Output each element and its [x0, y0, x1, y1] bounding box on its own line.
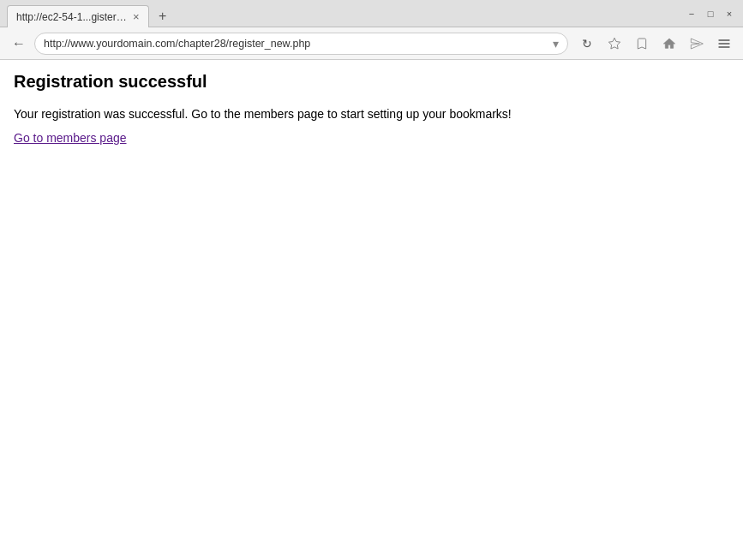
dropdown-arrow-icon: ▾ [553, 37, 559, 51]
browser-window: http://ec2-54-1...gister_new.php × + − □… [0, 0, 743, 560]
address-bar-icons: ▾ [553, 37, 559, 51]
send-button[interactable] [685, 32, 709, 56]
refresh-button[interactable]: ↻ [575, 32, 599, 56]
page-title: Registration successful [14, 72, 729, 92]
new-tab-button[interactable]: + [153, 6, 173, 27]
body-text: Your registration was successful. Go to … [14, 105, 729, 123]
close-button[interactable]: × [722, 7, 736, 21]
back-button[interactable]: ← [7, 32, 31, 56]
address-text: http://www.yourdomain.com/chapter28/regi… [44, 38, 553, 50]
reading-list-button[interactable] [630, 32, 654, 56]
home-icon [662, 37, 676, 51]
members-page-link[interactable]: Go to members page [14, 131, 127, 145]
tab-bar: http://ec2-54-1...gister_new.php × + [7, 0, 685, 27]
window-controls: − □ × [685, 7, 736, 21]
bookmark-star-button[interactable] [602, 32, 626, 56]
nav-icons: ↻ [575, 32, 736, 56]
maximize-button[interactable]: □ [704, 7, 717, 21]
home-button[interactable] [657, 32, 681, 56]
page-content: Registration successful Your registratio… [0, 60, 743, 560]
title-bar: http://ec2-54-1...gister_new.php × + − □… [0, 0, 743, 27]
navigation-bar: ← http://www.yourdomain.com/chapter28/re… [0, 27, 743, 60]
tab-title: http://ec2-54-1...gister_new.php [16, 11, 128, 23]
hamburger-icon [717, 37, 731, 51]
menu-button[interactable] [712, 32, 736, 56]
tab-close-button[interactable]: × [133, 11, 140, 22]
browser-tab[interactable]: http://ec2-54-1...gister_new.php × [7, 5, 149, 27]
star-icon [608, 37, 621, 51]
address-bar[interactable]: http://www.yourdomain.com/chapter28/regi… [34, 33, 568, 55]
minimize-button[interactable]: − [685, 7, 698, 21]
bookmark-icon [635, 37, 649, 51]
send-icon [690, 37, 704, 51]
